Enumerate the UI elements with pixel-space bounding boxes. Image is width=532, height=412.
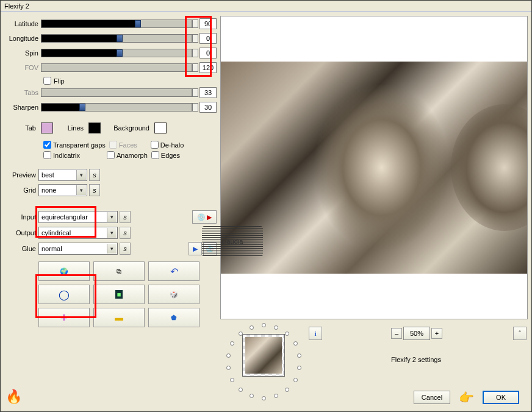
ok-button[interactable]: OK: [483, 391, 519, 404]
ring-dot[interactable]: [250, 394, 254, 398]
latitude-slider[interactable]: [41, 20, 192, 28]
sharpen-slider[interactable]: [41, 103, 192, 112]
brick-icon: ▬: [115, 313, 123, 322]
input-s-button[interactable]: s: [120, 211, 131, 223]
zoom-in-button[interactable]: +: [431, 328, 442, 339]
undo-button[interactable]: ↶: [148, 261, 200, 281]
latitude-input[interactable]: [200, 18, 217, 29]
copy-button[interactable]: ⧉: [93, 261, 145, 281]
ring-dot[interactable]: [226, 366, 231, 370]
chevron-down-icon: [107, 244, 117, 254]
record-play-button[interactable]: 💿▶: [192, 210, 217, 224]
checkbox-row1: Transparent gaps Faces De-halo: [43, 141, 217, 149]
collapse-button[interactable]: ˆ: [513, 327, 527, 340]
ring-dot[interactable]: [285, 388, 289, 392]
flip-row: Flip: [43, 77, 217, 85]
globe-icon: 🌍: [60, 268, 68, 275]
right-panel: i – 50% + ˆ Flexify 2 settings Cancel 👉 …: [220, 12, 531, 411]
latitude-label: Latitude: [4, 20, 41, 27]
info-button[interactable]: i: [309, 327, 322, 340]
glue-combo-row: Glue normal s ▶ 💿: [4, 242, 217, 255]
ring-dot[interactable]: [297, 366, 301, 370]
ring-dot[interactable]: [230, 378, 234, 382]
ring-dot[interactable]: [226, 353, 231, 358]
ring-dot[interactable]: [250, 325, 254, 330]
ring-dot[interactable]: [285, 332, 289, 336]
chevron-down-icon: [76, 185, 86, 195]
play-blue-button[interactable]: ▶: [189, 242, 202, 255]
background-color-swatch[interactable]: [154, 123, 167, 133]
ring-dot[interactable]: [262, 323, 266, 327]
indicatrix-checkbox[interactable]: [43, 151, 51, 159]
play-icon: ▶: [193, 245, 198, 253]
spin-slider[interactable]: [41, 49, 192, 57]
ring-dot[interactable]: [230, 341, 234, 346]
ring-dot[interactable]: [293, 341, 298, 346]
ring-dot[interactable]: [297, 353, 301, 358]
glue-combo[interactable]: normal: [38, 243, 118, 255]
flame-icon[interactable]: 🔥: [5, 389, 22, 405]
input-combo[interactable]: equirectangular: [38, 211, 118, 223]
chevron-up-icon: ˆ: [519, 330, 521, 337]
glue-s-button[interactable]: s: [120, 243, 131, 255]
zoom-value[interactable]: 50%: [403, 327, 430, 340]
longitude-slider[interactable]: [41, 34, 192, 43]
sharpen-input[interactable]: [200, 102, 217, 113]
preview-s-button[interactable]: s: [89, 169, 100, 181]
gem-button[interactable]: ⬟: [148, 308, 200, 327]
spin-input[interactable]: [200, 48, 217, 59]
output-label: Output: [4, 229, 38, 236]
ring-dot[interactable]: [239, 388, 243, 392]
edges-checkbox[interactable]: [151, 151, 159, 159]
zoom-control: – 50% +: [391, 327, 442, 340]
gem-icon: ⬟: [171, 314, 177, 322]
glue-label: Glue: [4, 245, 38, 252]
ring-dot[interactable]: [293, 378, 298, 382]
cancel-button[interactable]: Cancel: [414, 391, 450, 404]
spin-end[interactable]: [192, 49, 198, 57]
fov-input[interactable]: [200, 62, 217, 73]
flip-checkbox[interactable]: [43, 77, 51, 85]
brick-button[interactable]: ▬: [93, 308, 145, 327]
indicatrix-label: Indicatrix: [53, 152, 80, 159]
grid-s-button[interactable]: s: [89, 184, 100, 196]
main-area: Latitude Longitude Spin FOV Flip: [1, 12, 531, 411]
dice-button[interactable]: 🎲: [148, 285, 200, 304]
latitude-row: Latitude: [4, 18, 217, 29]
faces-label: Faces: [119, 141, 137, 149]
zoom-out-button[interactable]: –: [391, 328, 402, 339]
square-button[interactable]: ■: [93, 285, 145, 304]
cross-button[interactable]: ✚: [38, 308, 90, 327]
glue-value: normal: [41, 245, 62, 252]
latitude-end[interactable]: [192, 20, 198, 28]
cross-icon: ✚: [60, 313, 68, 322]
anamorph-label: Anamorph: [117, 152, 148, 159]
globe-button[interactable]: 🌍: [38, 261, 90, 281]
transparent-gaps-checkbox[interactable]: [43, 141, 51, 149]
color-row: Tab Lines Background: [4, 123, 217, 133]
ring-dot[interactable]: [262, 396, 266, 400]
anamorph-checkbox[interactable]: [107, 151, 115, 159]
grid-combo[interactable]: none: [38, 184, 87, 196]
preview-area[interactable]: [220, 16, 528, 319]
ring-dot[interactable]: [274, 394, 278, 398]
longitude-label: Longitude: [4, 35, 41, 42]
longitude-end[interactable]: [192, 34, 198, 43]
ring-dot[interactable]: [274, 325, 278, 330]
ring-dot[interactable]: [239, 332, 243, 336]
preview-label: Preview: [4, 171, 38, 179]
tab-color-swatch[interactable]: [41, 123, 53, 133]
preview-combo[interactable]: best: [38, 169, 87, 181]
input-combo-row: Input equirectangular s 💿▶: [4, 210, 217, 224]
sharpen-end[interactable]: [192, 103, 198, 112]
output-s-button[interactable]: s: [120, 227, 131, 239]
longitude-input[interactable]: [200, 33, 217, 44]
preview-image: [221, 62, 527, 273]
fov-label: FOV: [4, 64, 41, 71]
lines-color-swatch[interactable]: [88, 123, 101, 133]
ring-button[interactable]: ◯: [38, 285, 90, 304]
edges-label: Edges: [161, 152, 180, 159]
tabs-input[interactable]: [200, 87, 217, 98]
output-combo[interactable]: cylindrical: [38, 227, 118, 239]
dehalo-checkbox[interactable]: [151, 141, 159, 149]
